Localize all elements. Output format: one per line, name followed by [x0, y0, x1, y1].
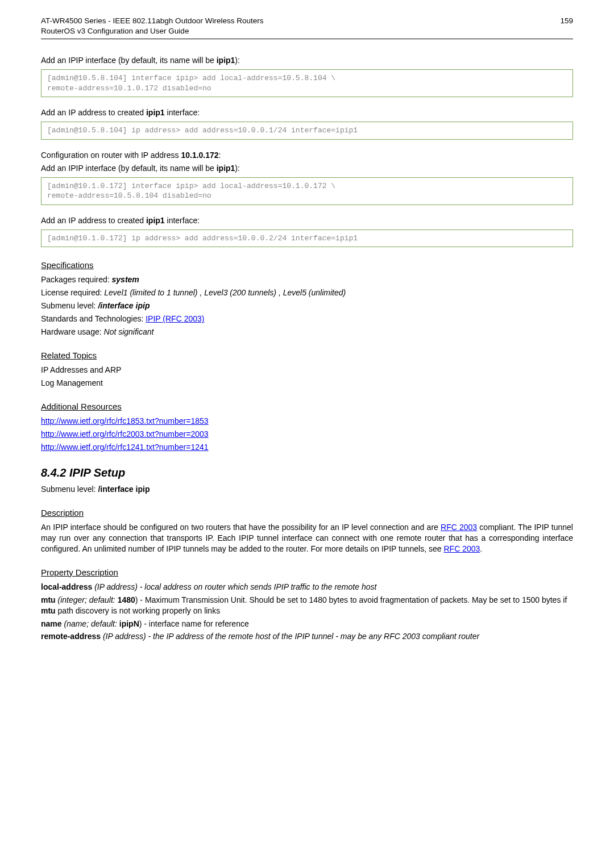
- related-topics-heading: Related Topics: [41, 350, 573, 361]
- header-line2: RouterOS v3 Configuration and User Guide: [41, 27, 189, 35]
- spec-hw-label: Hardware usage:: [41, 327, 104, 336]
- conf-suffix: :: [219, 151, 221, 160]
- header-title: AT-WR4500 Series - IEEE 802.11abgh Outdo…: [41, 16, 263, 36]
- spec-hw-value: Not significant: [104, 327, 154, 336]
- setup-sub-label: Submenu level:: [41, 485, 98, 494]
- spec-pkg-label: Packages required:: [41, 275, 112, 284]
- prop-mtu-mid2: ) - Maximum Transmission Unit. Should be…: [135, 595, 567, 604]
- prop-mtu-default: 1480: [118, 595, 135, 604]
- code-block-3: [admin@10.1.0.172] interface ipip> add l…: [41, 177, 573, 205]
- spec-std-link[interactable]: IPIP (RFC 2003): [146, 314, 204, 323]
- ipip-setup-heading: 8.4.2 IPIP Setup: [41, 465, 573, 481]
- intro-4-bold: ipip1: [146, 216, 165, 225]
- description-body: An IPIP interface should be configured o…: [41, 522, 573, 554]
- conf-bold: 10.1.0.172: [181, 151, 218, 160]
- prop-la-rest: (IP address) - local address on router w…: [92, 582, 376, 591]
- spec-hardware: Hardware usage: Not significant: [41, 327, 573, 337]
- intro-3-text: Add an IPIP interface (by default, its n…: [41, 164, 217, 173]
- intro-2: Add an IP address to created ipip1 inter…: [41, 107, 573, 118]
- page-number: 159: [560, 16, 573, 36]
- prop-remote-address: remote-address (IP address) - the IP add…: [41, 631, 573, 642]
- code-block-1: [admin@10.5.8.104] interface ipip> add l…: [41, 69, 573, 97]
- prop-la-bold: local-address: [41, 582, 92, 591]
- setup-submenu: Submenu level: /interface ipip: [41, 484, 573, 495]
- related-line1: IP Addresses and ARP: [41, 365, 573, 375]
- prop-name: name (name; default: ipipN) - interface …: [41, 619, 573, 629]
- spec-sub-value: /interface ipip: [98, 301, 150, 310]
- intro-3-suffix: ):: [235, 164, 240, 173]
- related-line2: Log Management: [41, 378, 573, 389]
- header-rule: [41, 39, 573, 39]
- spec-sub-label: Submenu level:: [41, 301, 98, 310]
- intro-2-suffix: interface:: [165, 108, 200, 117]
- code-block-2: [admin@10.5.8.104] ip address> add addre…: [41, 122, 573, 140]
- desc-t1: An IPIP interface should be configured o…: [41, 523, 441, 532]
- intro-4-text: Add an IP address to created: [41, 216, 146, 225]
- prop-local-address: local-address (IP address) - local addre…: [41, 582, 573, 592]
- prop-mtu-mid1: (integer; default:: [56, 595, 118, 604]
- intro-2-bold: ipip1: [146, 108, 165, 117]
- header-line1: AT-WR4500 Series - IEEE 802.11abgh Outdo…: [41, 16, 263, 25]
- prop-name-bold: name: [41, 619, 62, 628]
- desc-t3: .: [480, 544, 482, 553]
- prop-mtu: mtu (integer; default: 1480) - Maximum T…: [41, 595, 573, 616]
- prop-name-default: ipipN: [119, 619, 139, 628]
- intro-4-suffix: interface:: [165, 216, 200, 225]
- prop-ra-rest: (IP address) - the IP address of the rem…: [101, 632, 479, 641]
- prop-mtu-bold2: mtu: [41, 606, 56, 615]
- description-heading: Description: [41, 507, 573, 519]
- intro-1-bold: ipip1: [217, 56, 235, 65]
- intro-1: Add an IPIP interface (by default, its n…: [41, 55, 573, 66]
- prop-ra-bold: remote-address: [41, 632, 101, 641]
- spec-lic-value: Level1 (limited to 1 tunnel) , Level3 (2…: [104, 288, 346, 297]
- spec-std-label: Standards and Technologies:: [41, 314, 146, 323]
- intro-3-bold: ipip1: [217, 164, 235, 173]
- code-block-4: [admin@10.1.0.172] ip address> add addre…: [41, 229, 573, 248]
- resource-link-1[interactable]: http://www.ietf.org/rfc/rfc1853.txt?numb…: [41, 416, 209, 425]
- conf-prefix: Configuration on router with IP address: [41, 151, 181, 160]
- conf-line: Configuration on router with IP address …: [41, 150, 573, 161]
- spec-standards: Standards and Technologies: IPIP (RFC 20…: [41, 314, 573, 324]
- additional-resources-heading: Additional Resources: [41, 401, 573, 412]
- resource-link-2[interactable]: http://www.ietf.org/rfc/rfc2003.txt?numb…: [41, 429, 209, 439]
- spec-submenu: Submenu level: /interface ipip: [41, 301, 573, 311]
- desc-link1[interactable]: RFC 2003: [441, 523, 477, 532]
- prop-mtu-bold: mtu: [41, 595, 56, 604]
- spec-packages: Packages required: system: [41, 274, 573, 285]
- intro-4: Add an IP address to created ipip1 inter…: [41, 215, 573, 226]
- specifications-heading: Specifications: [41, 260, 573, 271]
- desc-link2[interactable]: RFC 2003: [443, 544, 480, 553]
- property-description-heading: Property Description: [41, 567, 573, 578]
- setup-sub-value: /interface ipip: [98, 485, 150, 494]
- intro-1-suffix: ):: [235, 56, 240, 65]
- prop-name-mid1: (name; default:: [62, 619, 119, 628]
- resource-link-3[interactable]: http://www.ietf.org/rfc/rfc1241.txt?numb…: [41, 443, 209, 452]
- spec-license: License required: Level1 (limited to 1 t…: [41, 287, 573, 298]
- intro-2-text: Add an IP address to created: [41, 108, 146, 117]
- intro-3: Add an IPIP interface (by default, its n…: [41, 163, 573, 174]
- prop-mtu-end: path discovery is not working properly o…: [56, 606, 220, 615]
- spec-lic-label: License required:: [41, 288, 104, 297]
- intro-1-text: Add an IPIP interface (by default, its n…: [41, 56, 217, 65]
- spec-pkg-value: system: [112, 275, 139, 284]
- prop-name-end: ) - interface name for reference: [139, 619, 249, 628]
- page-header: AT-WR4500 Series - IEEE 802.11abgh Outdo…: [41, 0, 573, 36]
